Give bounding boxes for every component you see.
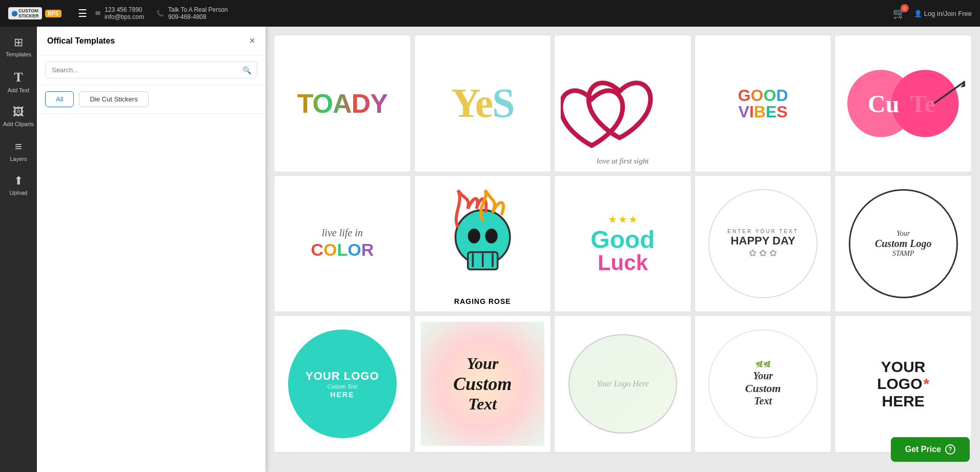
panel-tabs: All Die Cut Stickers <box>37 85 266 114</box>
bps-logo: BPS <box>45 10 62 17</box>
add-cliparts-icon: 🖼 <box>13 106 24 119</box>
get-price-button[interactable]: Get Price ? <box>891 437 970 462</box>
main-canvas-area: TOADY YeS love at first sight <box>266 27 980 472</box>
add-text-icon: T <box>14 70 23 85</box>
logo-area: 🔵 CUSTOMSTICKER BPS <box>8 7 62 19</box>
raging-rose-svg <box>421 182 545 298</box>
email-icon: ✉ <box>95 10 100 17</box>
panel-search: 🔍 <box>37 55 266 85</box>
template-custom-stamp[interactable]: Your Custom Logo STAMP <box>834 175 972 313</box>
svg-point-9 <box>485 229 497 243</box>
panel-header: Offical Templates × <box>37 27 266 55</box>
hearts-svg <box>561 42 685 157</box>
panel-title: Offical Templates <box>47 36 115 46</box>
toady-label: TOADY <box>297 88 387 119</box>
cart-badge: 0 <box>901 4 909 12</box>
phone-contact: 📞 Talk To A Real Person 909-468-4808 <box>156 6 228 20</box>
layers-icon: ≡ <box>15 139 22 154</box>
search-icon: 🔍 <box>242 66 251 74</box>
templates-grid: TOADY YeS love at first sight <box>274 35 972 453</box>
get-price-help-icon: ? <box>945 444 955 455</box>
template-cute-hearts[interactable]: Cu Te <box>834 35 972 172</box>
email-address: info@bps.com <box>105 13 144 20</box>
template-good-vibes[interactable]: GOOD VIBES <box>695 35 832 172</box>
nav-contact: ✉ 123 456 7890 info@bps.com 📞 Talk To A … <box>95 6 893 20</box>
hamburger-menu[interactable]: ☰ <box>78 7 87 19</box>
template-your-logo-circle[interactable]: YOUR LOGO Custom Text HERE <box>274 315 411 453</box>
template-love-first-sight[interactable]: love at first sight <box>554 35 691 172</box>
svg-text:Cu: Cu <box>868 90 900 117</box>
custom-sticker-logo: 🔵 CUSTOMSTICKER <box>8 7 42 19</box>
sidebar-item-templates[interactable]: ⊞ Templates <box>1 31 36 63</box>
sidebar-item-upload[interactable]: ⬆ Upload <box>1 169 36 201</box>
phone-number: 123 456 7890 <box>105 6 144 13</box>
svg-point-8 <box>467 229 480 243</box>
upload-icon: ⬆ <box>14 174 23 188</box>
left-sidebar: ⊞ Templates T Add Text 🖼 Add Cliparts ≡ … <box>0 27 37 472</box>
tab-die-cut[interactable]: Die Cut Stickers <box>79 91 148 107</box>
templates-panel: Offical Templates × 🔍 All Die Cut Sticke… <box>37 27 266 472</box>
sidebar-item-layers[interactable]: ≡ Layers <box>1 134 36 167</box>
template-toady[interactable]: TOADY <box>274 35 411 172</box>
template-your-custom-text-floral[interactable]: Your Custom Text <box>414 315 552 453</box>
get-price-label: Get Price <box>905 445 941 454</box>
template-raging-rose[interactable]: RAGING ROSE <box>414 175 552 313</box>
phone-icon: 📞 <box>156 10 164 17</box>
template-your-custom-text-round[interactable]: 🌿🌿 Your Custom Text <box>695 315 832 453</box>
sidebar-item-add-cliparts[interactable]: 🖼 Add Cliparts <box>1 100 36 132</box>
template-live-life-color[interactable]: live life in COLOR <box>274 175 411 313</box>
live-life-label: live life in <box>322 227 363 239</box>
email-contact: ✉ 123 456 7890 info@bps.com <box>95 6 144 20</box>
cart-button[interactable]: 🛒 0 <box>893 7 906 19</box>
love-label: love at first sight <box>597 157 648 166</box>
panel-close-button[interactable]: × <box>249 35 255 47</box>
sidebar-item-layers-label: Layers <box>10 156 27 162</box>
template-happy-day[interactable]: ENTER YOUR TEXT HAPPY DAY ✿ ✿ ✿ <box>695 175 832 313</box>
sidebar-item-templates-label: Templates <box>6 51 31 57</box>
search-input[interactable] <box>45 61 257 78</box>
tab-all[interactable]: All <box>45 91 74 107</box>
raging-rose-label: RAGING ROSE <box>454 297 511 305</box>
top-nav: 🔵 CUSTOMSTICKER BPS ☰ ✉ 123 456 7890 inf… <box>0 0 980 27</box>
nav-right: 🛒 0 👤 Log in/Join Free <box>893 7 972 19</box>
phone2: 909-468-4808 <box>168 13 228 20</box>
sidebar-item-add-text[interactable]: T Add Text <box>1 65 36 98</box>
sidebar-item-add-cliparts-label: Add Cliparts <box>3 121 34 127</box>
cute-hearts-svg: Cu Te <box>841 42 965 166</box>
sidebar-item-add-text-label: Add Text <box>8 87 30 93</box>
templates-icon: ⊞ <box>14 36 23 49</box>
template-your-logo-here[interactable]: Your Logo Here <box>554 315 691 453</box>
user-icon: 👤 <box>914 10 922 17</box>
template-your-logo-here-bold[interactable]: YOUR LOGO * HERE <box>834 315 972 453</box>
talk-label: Talk To A Real Person <box>168 6 228 13</box>
template-yes[interactable]: YeS <box>414 35 552 172</box>
login-button[interactable]: 👤 Log in/Join Free <box>914 10 972 17</box>
svg-text:Te: Te <box>910 90 935 117</box>
yes-label: YeS <box>451 80 514 127</box>
template-good-luck[interactable]: ★ ★ ★ Good Luck <box>554 175 691 313</box>
sidebar-item-upload-label: Upload <box>10 190 28 196</box>
your-logo-here-label: Your Logo Here <box>597 379 649 388</box>
